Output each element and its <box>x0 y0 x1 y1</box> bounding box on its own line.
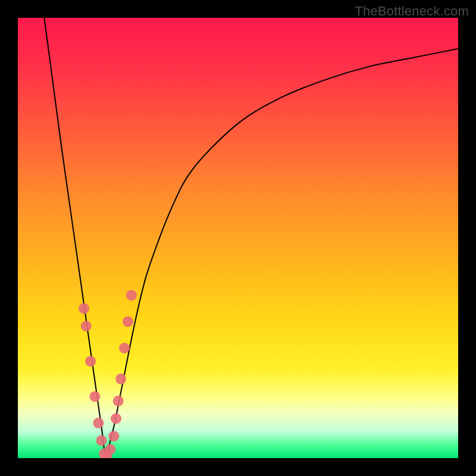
highlight-dot <box>111 413 121 424</box>
highlight-dot <box>81 321 92 331</box>
highlight-dot <box>108 431 119 441</box>
highlight-dot <box>93 418 104 428</box>
highlight-dot <box>79 303 89 314</box>
highlight-dot <box>113 396 124 406</box>
highlight-dot <box>105 444 115 455</box>
highlight-dot <box>85 356 96 367</box>
plot-area <box>18 18 458 458</box>
highlight-dot <box>126 290 137 300</box>
highlight-dot <box>115 374 126 384</box>
watermark-text: TheBottleneck.com <box>355 4 469 19</box>
highlight-dot <box>90 391 101 402</box>
highlight-dot <box>123 317 133 327</box>
highlight-dot <box>96 435 107 446</box>
curve-line <box>44 18 458 458</box>
bottleneck-curve <box>44 18 458 458</box>
highlight-dot <box>119 343 130 353</box>
chart-svg <box>18 18 458 458</box>
highlight-dots <box>79 290 137 458</box>
chart-frame: TheBottleneck.com <box>0 0 476 476</box>
